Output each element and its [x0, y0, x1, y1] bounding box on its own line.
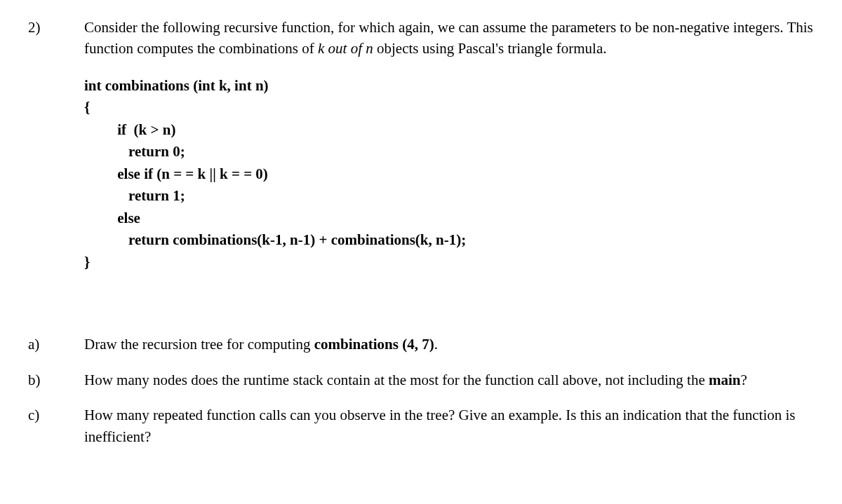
- code-line-2: {: [84, 99, 90, 116]
- sub-b-text1: How many nodes does the runtime stack co…: [84, 372, 709, 388]
- sub-content-b: How many nodes does the runtime stack co…: [84, 369, 814, 390]
- sub-content-a: Draw the recursion tree for computing co…: [84, 334, 814, 355]
- question-number: 2): [28, 17, 84, 315]
- intro-text-2: objects using Pascal's triangle formula.: [373, 40, 607, 57]
- sub-b-text2: ?: [740, 372, 747, 388]
- sub-question-b: b) How many nodes does the runtime stack…: [28, 369, 814, 390]
- code-line-8: return combinations(k-1, n-1) + combinat…: [84, 231, 466, 248]
- sub-label-c: c): [28, 404, 84, 447]
- sub-question-c: c) How many repeated function calls can …: [28, 404, 814, 447]
- sub-a-text2: .: [434, 336, 438, 353]
- sub-a-text1: Draw the recursion tree for computing: [84, 336, 314, 353]
- sub-label-a: a): [28, 334, 84, 355]
- code-line-5: else if (n = = k || k = = 0): [84, 165, 268, 182]
- sub-b-bold: main: [709, 372, 741, 388]
- intro-italic: k out of n: [318, 40, 373, 57]
- code-line-3: if (k > n): [84, 121, 175, 138]
- code-line-1: int combinations (int k, int n): [84, 77, 269, 94]
- question-2: 2) Consider the following recursive func…: [28, 17, 814, 315]
- code-line-4: return 0;: [84, 143, 185, 160]
- question-intro: Consider the following recursive functio…: [84, 17, 814, 60]
- sub-c-text: How many repeated function calls can you…: [84, 407, 796, 444]
- sub-question-a: a) Draw the recursion tree for computing…: [28, 334, 814, 355]
- sub-a-bold: combinations (4, 7): [314, 336, 434, 353]
- code-line-6: return 1;: [84, 187, 185, 204]
- code-line-9: }: [84, 254, 90, 271]
- code-block: int combinations (int k, int n) { if (k …: [84, 75, 814, 274]
- sub-content-c: How many repeated function calls can you…: [84, 404, 814, 447]
- code-line-7: else: [84, 210, 140, 226]
- sub-label-b: b): [28, 369, 84, 390]
- question-content: Consider the following recursive functio…: [84, 17, 814, 315]
